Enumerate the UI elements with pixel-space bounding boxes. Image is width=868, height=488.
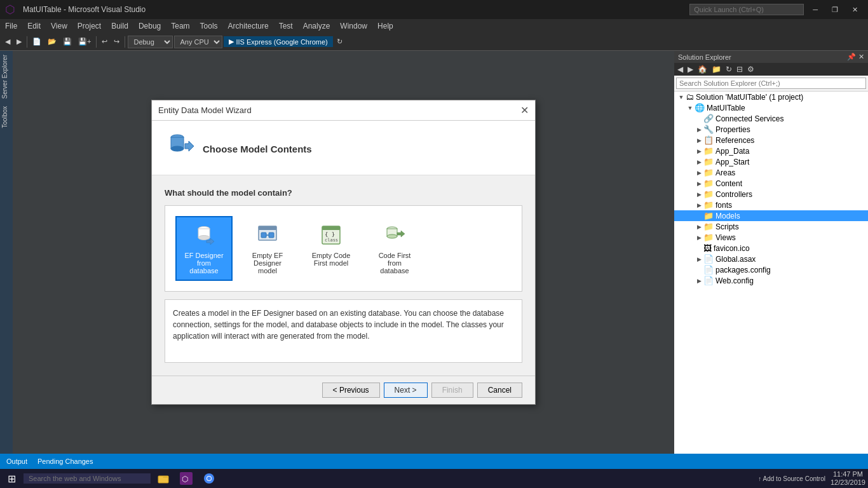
close-button[interactable]: ✕ [847, 6, 863, 14]
taskbar-app-file-explorer[interactable] [153, 470, 173, 487]
undo-button[interactable]: ↩ [99, 36, 110, 47]
option-empty-code-first[interactable]: { } class Empty Code First model [302, 216, 360, 281]
menu-window[interactable]: Window [335, 19, 372, 33]
refresh-button[interactable]: ↻ [334, 36, 345, 47]
dialog-close-button[interactable]: ✕ [520, 104, 529, 116]
se-content-label: Content [715, 179, 742, 188]
new-project-button[interactable]: 📄 [30, 36, 44, 47]
debug-config-select[interactable]: Debug Release [128, 36, 173, 48]
previous-button[interactable]: < Previous [322, 383, 380, 398]
open-button[interactable]: 📂 [45, 36, 59, 47]
se-home-btn[interactable]: 🏠 [696, 64, 709, 74]
se-references[interactable]: ▶ 📋 References [674, 135, 868, 146]
se-forward-btn[interactable]: ▶ [686, 64, 695, 74]
se-favicon-label: favicon.ico [714, 244, 750, 253]
se-areas-arrow: ▶ [695, 170, 703, 176]
se-favicon[interactable]: 🖼 favicon.ico [674, 243, 868, 254]
menu-view[interactable]: View [46, 19, 72, 33]
back-button[interactable]: ◀ [3, 36, 13, 47]
se-properties[interactable]: ▶ 🔧 Properties [674, 124, 868, 135]
minimize-button[interactable]: ─ [808, 6, 823, 13]
quick-launch-input[interactable] [689, 4, 804, 15]
menu-tools[interactable]: Tools [195, 19, 223, 33]
se-areas[interactable]: ▶ 📁 Areas [674, 167, 868, 178]
se-webconfig-label: Web.config [715, 276, 754, 285]
menu-file[interactable]: File [0, 19, 22, 33]
menu-edit[interactable]: Edit [22, 19, 46, 33]
menu-architecture[interactable]: Architecture [223, 19, 274, 33]
se-models[interactable]: 📁 Models [674, 210, 868, 221]
save-button[interactable]: 💾 [60, 36, 74, 47]
se-web-config[interactable]: ▶ 📄 Web.config [674, 275, 868, 286]
pending-changes-tab[interactable]: Pending Changes [37, 458, 93, 465]
se-views-label: Views [715, 233, 736, 242]
se-settings-btn[interactable]: ⚙ [745, 64, 756, 74]
se-collapse-btn[interactable]: ⊟ [735, 64, 745, 74]
option-empty-ef-designer-icon [255, 222, 280, 248]
menu-help[interactable]: Help [372, 19, 398, 33]
run-button[interactable]: ▶ IIS Express (Google Chrome) [224, 36, 332, 47]
start-button[interactable]: ⊞ [3, 473, 21, 485]
menu-analyze[interactable]: Analyze [298, 19, 336, 33]
se-fonts[interactable]: ▶ 📁 fonts [674, 200, 868, 210]
finish-button[interactable]: Finish [431, 383, 473, 398]
option-empty-ef-designer[interactable]: Empty EF Designer model [239, 216, 296, 281]
taskbar-app-chrome[interactable] [199, 470, 219, 487]
menu-test[interactable]: Test [274, 19, 298, 33]
se-fonts-label: fonts [715, 201, 732, 210]
platform-select[interactable]: Any CPU [174, 36, 222, 48]
cancel-button[interactable]: Cancel [477, 383, 522, 398]
se-controllers[interactable]: ▶ 📁 Controllers [674, 189, 868, 200]
se-project-node[interactable]: ▼ 🌐 MatUITable [674, 102, 868, 113]
se-connected-services[interactable]: 🔗 Connected Services [674, 113, 868, 124]
redo-button[interactable]: ↪ [111, 36, 122, 47]
restore-button[interactable]: ❐ [827, 6, 843, 14]
option-ef-designer-db[interactable]: EF Designer from database [175, 216, 233, 281]
output-tab[interactable]: Output [6, 458, 27, 465]
left-sidebar: Server Explorer Toolbox [0, 51, 13, 454]
taskbar-app-vs[interactable]: ⬡ [176, 470, 196, 487]
se-views[interactable]: ▶ 📁 Views [674, 232, 868, 243]
server-explorer-tab[interactable]: Server Explorer [0, 51, 13, 102]
content-area: Entity Data Model Wizard ✕ [13, 51, 674, 454]
dialog-body: What should the model contain? [152, 175, 535, 376]
se-refresh-btn[interactable]: ↻ [724, 64, 734, 74]
se-models-label: Models [715, 212, 740, 220]
forward-button[interactable]: ▶ [14, 36, 24, 47]
se-global-asax[interactable]: ▶ 📄 Global.asax [674, 254, 868, 264]
menu-team[interactable]: Team [166, 19, 194, 33]
next-button[interactable]: Next > [384, 383, 428, 398]
se-folder-btn[interactable]: 📁 [710, 64, 723, 74]
option-code-first-db-label: Code First from database [372, 252, 417, 274]
taskbar-search-input[interactable] [24, 473, 151, 484]
se-content[interactable]: ▶ 📁 Content [674, 178, 868, 189]
save-all-button[interactable]: 💾+ [76, 36, 93, 47]
se-back-btn[interactable]: ◀ [675, 64, 685, 74]
se-scripts[interactable]: ▶ 📁 Scripts [674, 221, 868, 232]
se-solution-node[interactable]: ▼ 🗂 Solution 'MatUITable' (1 project) [674, 92, 868, 102]
se-app-data[interactable]: ▶ 📁 App_Data [674, 146, 868, 156]
svg-text:⬡: ⬡ [182, 475, 188, 484]
se-pin-button[interactable]: 📌 [847, 53, 856, 61]
menu-debug[interactable]: Debug [133, 19, 166, 33]
se-app-start[interactable]: ▶ 📁 App_Start [674, 156, 868, 167]
taskbar-notification[interactable]: ↑ Add to Source Control [758, 475, 825, 482]
dialog-header: Choose Model Contents [152, 121, 535, 175]
wizard-icon [165, 131, 195, 167]
toolbar-separator-1 [27, 36, 27, 48]
se-packages-config[interactable]: 📄 packages.config [674, 264, 868, 275]
se-controllers-label: Controllers [715, 190, 752, 199]
option-code-first-db[interactable]: Code First from database [366, 216, 423, 281]
se-solution-arrow: ▼ [677, 94, 686, 100]
se-global-icon: 📄 [703, 254, 714, 264]
se-cs-label: Connected Services [715, 114, 783, 123]
se-appdata-label: App_Data [715, 147, 749, 156]
se-search-input[interactable] [676, 78, 866, 89]
menu-build[interactable]: Build [106, 19, 133, 33]
menu-project[interactable]: Project [72, 19, 106, 33]
section-label: What should the model contain? [165, 188, 522, 198]
se-controllers-icon: 📁 [703, 189, 714, 199]
toolbox-tab[interactable]: Toolbox [0, 102, 13, 132]
toolbar-separator-2 [96, 36, 97, 48]
se-close-button[interactable]: ✕ [858, 53, 864, 61]
